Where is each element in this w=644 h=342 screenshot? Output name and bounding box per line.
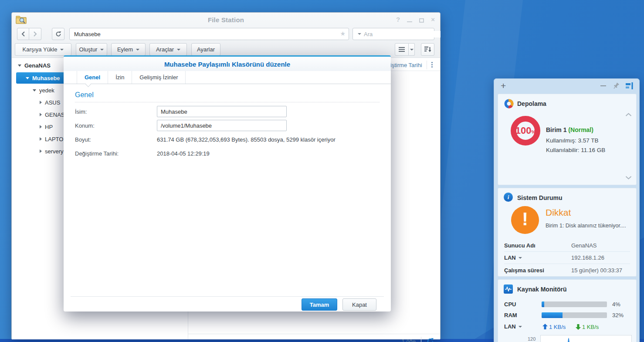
search-filter-caret-icon[interactable] bbox=[358, 33, 361, 35]
tree-item-yedek[interactable]: yedek bbox=[33, 85, 54, 96]
add-widget-icon[interactable]: + bbox=[501, 81, 506, 91]
tree-item-label: Muhasebe bbox=[32, 75, 60, 81]
address-row: ★ bbox=[12, 27, 440, 41]
name-field[interactable] bbox=[157, 106, 287, 117]
storage-donut-icon bbox=[504, 99, 514, 110]
maximize-icon[interactable] bbox=[419, 18, 424, 23]
caret-right-icon[interactable] bbox=[40, 113, 42, 116]
create-button-label: Oluştur bbox=[79, 46, 98, 53]
uptime-label: Çalışma süresi bbox=[504, 267, 571, 274]
tree-item-genanas[interactable]: GenaNAS bbox=[18, 60, 51, 71]
tab-permission[interactable]: İzin bbox=[108, 71, 132, 84]
caret-right-icon[interactable] bbox=[40, 125, 42, 129]
volume-used: Kullanılmış: 3.57 TB bbox=[546, 137, 599, 144]
tab-advanced-permissions[interactable]: Gelişmiş İzinler bbox=[132, 71, 186, 84]
item-count: 1 öğe bbox=[401, 338, 416, 342]
forward-button[interactable] bbox=[29, 28, 41, 40]
upload-button[interactable]: Karşıya Yükle bbox=[15, 43, 71, 56]
tree-item-hp[interactable]: HP bbox=[40, 121, 53, 132]
dock-panel-icon[interactable] bbox=[626, 82, 634, 91]
cpu-value: 4% bbox=[612, 301, 620, 308]
tools-button-label: Araçlar bbox=[156, 46, 174, 53]
column-menu-icon[interactable] bbox=[431, 62, 433, 68]
refresh-button[interactable] bbox=[52, 28, 64, 40]
tree-item-laptop[interactable]: LAPTOP bbox=[40, 133, 67, 145]
size-label: Boyut: bbox=[75, 136, 91, 143]
tree-item-label: GenaNAS bbox=[24, 62, 51, 69]
tree-item-genas[interactable]: GENAS bbox=[40, 109, 65, 120]
help-icon[interactable]: ? bbox=[396, 16, 400, 23]
usage-percent: 100 bbox=[515, 125, 532, 136]
dialog-title: Muhasebe Paylaşımlı Klasörünü düzenle bbox=[64, 57, 391, 68]
settings-button-label: Ayarlar bbox=[197, 46, 215, 53]
window-title: File Station bbox=[12, 16, 440, 24]
caret-down-icon[interactable] bbox=[26, 77, 29, 79]
minimize-panel-icon[interactable] bbox=[600, 85, 606, 86]
caret-right-icon[interactable] bbox=[40, 149, 42, 153]
storage-widget-title: Depolama bbox=[517, 100, 546, 107]
edit-shared-folder-dialog: Muhasebe Paylaşımlı Klasörünü düzenle Ge… bbox=[64, 55, 391, 312]
lan-speed-label[interactable]: LAN bbox=[504, 323, 522, 330]
volume-usage-donut: 100% bbox=[511, 116, 540, 146]
cpu-label: CPU bbox=[504, 301, 516, 308]
sort-button[interactable] bbox=[421, 43, 434, 56]
refresh-list-icon[interactable] bbox=[427, 338, 434, 342]
widget-panel: + bbox=[494, 78, 640, 342]
modified-value: 2018-04-05 12:29:19 bbox=[157, 150, 210, 157]
lan-download-speed: 1 KB/s bbox=[582, 324, 599, 330]
lan-label[interactable]: LAN bbox=[504, 254, 516, 261]
caret-right-icon[interactable] bbox=[40, 137, 42, 141]
chevron-down-icon bbox=[177, 49, 180, 51]
back-button[interactable] bbox=[17, 28, 29, 40]
modified-label: Değiştirme Tarihi: bbox=[75, 150, 119, 157]
caret-right-icon[interactable] bbox=[40, 101, 42, 104]
dialog-header[interactable]: Muhasebe Paylaşımlı Klasörünü düzenle bbox=[64, 57, 391, 71]
caret-down-icon[interactable] bbox=[33, 89, 36, 91]
tab-general[interactable]: Genel bbox=[77, 71, 108, 84]
storage-widget: Depolama 100% Birim 1 (Normal) Kullanılm… bbox=[498, 94, 637, 185]
chevron-down-icon bbox=[410, 49, 414, 51]
close-icon[interactable]: × bbox=[431, 16, 435, 23]
uptime-row: Çalışma süresi 15 gün(ler) 00:33:37 bbox=[504, 264, 630, 276]
volume-available: Kullanılabilir: 11.16 GB bbox=[546, 147, 605, 153]
volume-name: Birim 1 bbox=[546, 126, 566, 133]
chevron-down-icon[interactable] bbox=[519, 257, 522, 259]
settings-button[interactable]: Ayarlar bbox=[191, 43, 220, 56]
address-input[interactable] bbox=[69, 28, 349, 40]
tree-item-label: HP bbox=[45, 124, 53, 130]
location-field[interactable] bbox=[157, 120, 287, 131]
action-button[interactable]: Eylem bbox=[111, 43, 146, 56]
status-separator bbox=[421, 337, 421, 342]
tree-item-asus[interactable]: ASUS bbox=[40, 97, 60, 108]
network-chart-spike bbox=[541, 335, 631, 342]
usage-percent-unit: % bbox=[531, 129, 536, 135]
resource-monitor-widget: Kaynak Monitörü CPU 4% RAM 32% LAN 1 KB/… bbox=[498, 279, 637, 342]
lan-row: LAN 192.168.1.26 bbox=[504, 252, 630, 264]
list-view-button[interactable] bbox=[395, 43, 409, 56]
view-dropdown-button[interactable] bbox=[409, 43, 415, 56]
favorite-star-icon[interactable]: ★ bbox=[340, 30, 346, 37]
caret-down-icon[interactable] bbox=[18, 64, 21, 67]
upload-arrow-icon bbox=[542, 324, 548, 332]
size-value: 631.74 GB (678,322,053,693 Bytes). 85503… bbox=[157, 136, 336, 143]
tree-item-servery[interactable]: servery bbox=[40, 146, 64, 157]
close-button[interactable]: Kapat bbox=[342, 298, 376, 311]
chevron-down-icon[interactable] bbox=[625, 173, 632, 181]
minimize-icon[interactable] bbox=[407, 21, 412, 22]
search-input[interactable] bbox=[364, 31, 441, 37]
upload-button-label: Karşıya Yükle bbox=[23, 46, 58, 53]
create-button[interactable]: Oluştur bbox=[76, 43, 107, 56]
tools-button[interactable]: Araçlar bbox=[149, 43, 187, 56]
pin-icon[interactable] bbox=[613, 82, 620, 91]
ok-button[interactable]: Tamam bbox=[302, 298, 337, 311]
chevron-down-icon[interactable] bbox=[519, 326, 522, 328]
dialog-tabs: Genel İzin Gelişmiş İzinler bbox=[64, 71, 391, 84]
chevron-up-icon[interactable] bbox=[625, 111, 632, 119]
download-arrow-icon bbox=[576, 324, 581, 332]
tree-item-label: ASUS bbox=[45, 99, 60, 106]
title-bar[interactable]: File Station ? × bbox=[12, 13, 440, 27]
section-title: Genel bbox=[75, 91, 94, 99]
tree-item-label: servery bbox=[45, 148, 64, 155]
search-box[interactable] bbox=[353, 28, 434, 40]
tree-item-muhasebe-selected[interactable]: Muhasebe bbox=[16, 72, 69, 84]
